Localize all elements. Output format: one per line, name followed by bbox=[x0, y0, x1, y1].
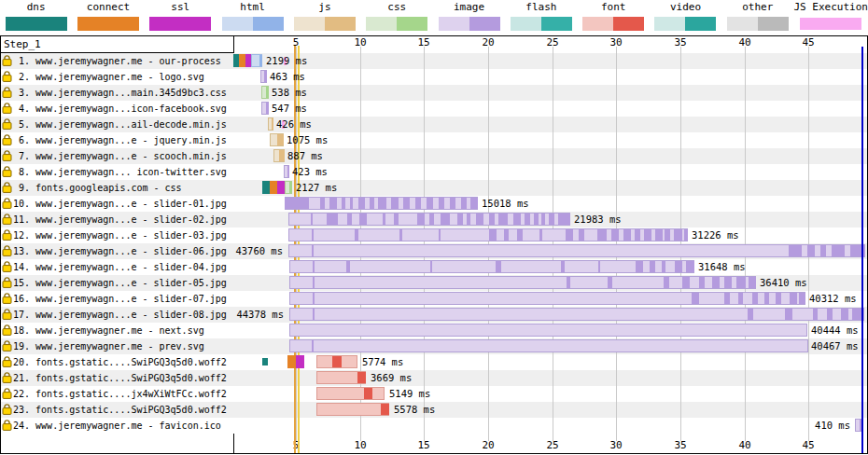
legend-label: css bbox=[387, 0, 406, 15]
request-label[interactable]: 9. fonts.googleapis.com - css bbox=[2, 181, 231, 195]
swatch-light bbox=[582, 17, 613, 31]
content-chunk bbox=[476, 214, 483, 225]
content-chunk bbox=[332, 356, 342, 367]
content-chunk bbox=[313, 277, 315, 288]
duration-label: 538 ms bbox=[272, 86, 307, 100]
content-chunk bbox=[686, 261, 694, 272]
segment-dnssq bbox=[262, 358, 268, 365]
duration-label: 463 ms bbox=[270, 70, 305, 84]
lock-icon bbox=[2, 324, 12, 336]
duration-label: 40467 ms bbox=[811, 339, 859, 353]
request-label[interactable]: 3. www.jeremywagn...main.345d9bc3.css bbox=[2, 86, 231, 100]
request-row-19: 19. www.jeremywagner.me - prev.svg40467 … bbox=[0, 338, 868, 354]
legend-item-image: image bbox=[433, 0, 505, 34]
swatch-dark bbox=[325, 17, 356, 31]
segment-img bbox=[261, 102, 269, 115]
content-chunk bbox=[789, 245, 802, 256]
content-chunk bbox=[359, 214, 367, 225]
lock-icon bbox=[2, 86, 12, 98]
duration-label: 887 ms bbox=[287, 149, 323, 163]
content-chunk bbox=[665, 229, 670, 241]
legend-swatch bbox=[149, 17, 211, 31]
request-url: 5. www.jeremywagn...ail-decode.min.js bbox=[13, 119, 227, 130]
content-chunk bbox=[561, 261, 565, 272]
request-label[interactable]: 4. www.jeremywagn...icon-facebook.svg bbox=[2, 102, 231, 116]
swatch-solid bbox=[6, 17, 67, 31]
request-label[interactable]: 23. fonts.gstatic....SwiPGQ3q5d0.woff2 bbox=[2, 403, 231, 417]
content-chunk bbox=[841, 309, 848, 320]
legend-swatch bbox=[654, 17, 716, 31]
request-label[interactable]: 1. www.jeremywagner.me - our-process bbox=[2, 54, 231, 68]
content-chunk bbox=[327, 214, 338, 225]
lock-icon bbox=[2, 149, 12, 161]
content-chunk bbox=[279, 150, 285, 161]
swatch-light bbox=[654, 17, 685, 31]
request-url: 12. www.jeremywagn...e - slider-03.jpg bbox=[13, 230, 227, 241]
content-chunk bbox=[439, 229, 441, 241]
request-label[interactable]: 11. www.jeremywagn...e - slider-02.jpg bbox=[2, 213, 231, 227]
swatch-light bbox=[222, 17, 253, 31]
request-row-24: 24. www.jeremywagner.me - favicon.ico410… bbox=[0, 418, 868, 434]
request-row-12: 12. www.jeremywagn...e - slider-03.jpg31… bbox=[0, 228, 868, 243]
content-chunk bbox=[682, 277, 690, 288]
request-label[interactable]: 12. www.jeremywagn...e - slider-03.jpg bbox=[2, 228, 231, 242]
legend-item-dns: dns bbox=[0, 0, 72, 34]
content-chunk bbox=[748, 309, 753, 320]
request-label[interactable]: 6. www.jeremywagn...e - jquery.min.js bbox=[2, 133, 231, 147]
content-chunk bbox=[752, 293, 758, 304]
request-label[interactable]: 21. fonts.gstatic....SwiPGQ3q5d0.woff2 bbox=[2, 371, 231, 385]
request-label[interactable]: 2. www.jeremywagner.me - logo.svg bbox=[2, 70, 231, 84]
lock-icon bbox=[2, 419, 12, 431]
content-chunk bbox=[699, 277, 705, 288]
segment-js bbox=[273, 149, 285, 162]
content-chunk bbox=[313, 261, 315, 272]
legend-label: flash bbox=[525, 0, 556, 15]
segment-conn bbox=[239, 54, 245, 67]
content-chunk bbox=[266, 87, 269, 98]
request-label[interactable]: 5. www.jeremywagn...ail-decode.min.js bbox=[2, 117, 231, 131]
lock-icon bbox=[2, 165, 12, 177]
content-chunk bbox=[259, 55, 262, 66]
legend-item-html: html bbox=[217, 0, 288, 34]
request-label[interactable]: 10. www.jeremywagn...e - slider-01.jpg bbox=[2, 197, 231, 211]
content-chunk bbox=[313, 309, 315, 320]
content-chunk bbox=[264, 71, 267, 82]
request-row-9: 9. fonts.googleapis.com - css2127 ms bbox=[0, 180, 868, 196]
request-label[interactable]: 20. fonts.gstatic....SwiPGQ3q5d0.woff2 bbox=[2, 355, 231, 369]
request-row-14: 14. www.jeremywagn...e - slider-04.jpg31… bbox=[0, 259, 868, 275]
content-chunk bbox=[312, 229, 314, 241]
segment-img bbox=[288, 244, 865, 257]
request-url: 15. www.jeremywagn...e - slider-05.jpg bbox=[13, 278, 227, 288]
request-label[interactable]: 24. www.jeremywagner.me - favicon.ico bbox=[2, 419, 231, 433]
legend-item-js-execution: JS Execution bbox=[793, 0, 867, 34]
content-chunk bbox=[346, 261, 350, 272]
legend-swatch bbox=[294, 17, 356, 31]
segment-css bbox=[261, 86, 269, 99]
request-label[interactable]: 18. www.jeremywagner.me - next.svg bbox=[2, 324, 231, 338]
request-url: 6. www.jeremywagn...e - jquery.min.js bbox=[13, 135, 227, 145]
segment-ssl bbox=[277, 181, 285, 194]
content-chunk bbox=[724, 293, 730, 304]
legend-swatch bbox=[800, 18, 861, 30]
content-chunk bbox=[567, 277, 570, 288]
request-label[interactable]: 15. www.jeremywagn...e - slider-05.jpg bbox=[2, 276, 231, 290]
table-border-bottom bbox=[0, 453, 868, 454]
content-chunk bbox=[489, 229, 497, 241]
request-label[interactable]: 22. fonts.gstatic....jx4wXiWtFCc.woff2 bbox=[2, 387, 231, 401]
request-label[interactable]: 8. www.jeremywagn... icon-twitter.svg bbox=[2, 165, 231, 179]
request-label[interactable]: 7. www.jeremywagn...e - scooch.min.js bbox=[2, 149, 231, 163]
content-chunk bbox=[312, 245, 314, 256]
request-label[interactable]: 16. www.jeremywagn...e - slider-07.jpg bbox=[2, 292, 231, 306]
lock-icon bbox=[2, 244, 12, 256]
request-label[interactable]: 19. www.jeremywagner.me - prev.svg bbox=[2, 339, 231, 353]
legend-item-js: js bbox=[288, 0, 360, 34]
duration-label: 426 ms bbox=[276, 117, 312, 131]
content-chunk bbox=[623, 229, 631, 241]
request-label[interactable]: 14. www.jeremywagn...e - slider-04.jpg bbox=[2, 260, 231, 274]
content-chunk bbox=[776, 293, 781, 304]
lock-icon bbox=[2, 371, 12, 383]
request-url: 14. www.jeremywagn...e - slider-04.jpg bbox=[13, 262, 227, 272]
legend-label: font bbox=[601, 0, 626, 15]
swatch-solid bbox=[800, 18, 861, 30]
lock-icon bbox=[2, 403, 12, 415]
